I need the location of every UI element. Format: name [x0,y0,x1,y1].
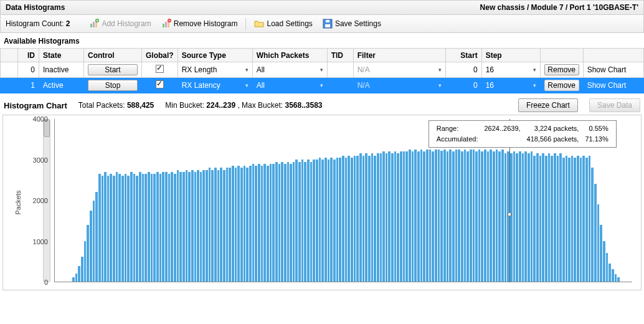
bar[interactable] [498,151,501,282]
bar[interactable] [362,156,365,282]
bar[interactable] [295,160,298,282]
bar[interactable] [93,201,95,282]
col-step[interactable]: Step [481,49,540,62]
bar[interactable] [371,153,374,282]
bar[interactable] [557,156,559,282]
bar[interactable] [487,151,490,282]
bar[interactable] [261,166,263,282]
bar[interactable] [539,156,542,282]
bar[interactable] [263,164,266,282]
bar[interactable] [139,172,141,282]
bar[interactable] [354,156,356,282]
bar[interactable] [249,166,252,282]
bar[interactable] [438,150,440,282]
bar[interactable] [522,153,524,282]
bar[interactable] [429,150,432,282]
bar[interactable] [202,170,205,282]
bar[interactable] [133,174,136,282]
bar[interactable] [142,174,144,282]
bar[interactable] [481,151,483,282]
bar[interactable] [148,172,150,282]
bar[interactable] [617,277,620,282]
bar[interactable] [440,151,443,282]
bar[interactable] [452,151,455,282]
bar[interactable] [258,164,260,282]
bar[interactable] [87,225,89,282]
bar[interactable] [72,277,75,282]
bar[interactable] [78,266,80,282]
row-selector[interactable] [1,78,18,93]
bar[interactable] [301,160,304,282]
global-checkbox[interactable] [156,80,164,88]
remove-row-button[interactable]: Remove [544,80,579,91]
bar[interactable] [165,172,168,282]
bar[interactable] [278,164,281,282]
bar[interactable] [307,160,310,282]
cell-global[interactable] [142,62,178,78]
bar[interactable] [449,150,452,282]
bar[interactable] [246,168,249,282]
col-which[interactable]: Which Packets [252,49,327,62]
bar[interactable] [342,156,344,282]
bar[interactable] [153,174,156,282]
bar[interactable] [405,151,408,282]
bar[interactable] [110,174,112,282]
bar[interactable] [510,153,513,282]
bar[interactable] [102,176,104,282]
cell-start[interactable]: 0 [445,62,481,78]
bar[interactable] [151,174,153,282]
bar[interactable] [252,164,255,282]
col-source[interactable]: Source Type [178,49,252,62]
bar[interactable] [232,166,234,282]
bar[interactable] [144,174,147,282]
bar[interactable] [359,153,362,282]
bar[interactable] [188,172,191,282]
bar[interactable] [432,151,434,282]
bar[interactable] [336,158,339,282]
bar[interactable] [81,257,83,282]
bar[interactable] [324,158,327,282]
bar[interactable] [345,158,348,282]
bar[interactable] [179,172,182,282]
bar[interactable] [458,150,460,282]
bar[interactable] [310,162,313,282]
bar[interactable] [125,174,127,282]
bar[interactable] [496,150,498,282]
bar[interactable] [84,241,87,282]
bar[interactable] [562,158,565,282]
bar[interactable] [211,170,214,282]
bar[interactable] [400,151,402,282]
bar[interactable] [519,151,521,282]
bar[interactable] [333,160,336,282]
bar[interactable] [501,150,504,282]
global-checkbox[interactable] [156,65,164,73]
bar[interactable] [98,174,101,282]
table-row[interactable]: 0InactiveStartRX Length▾All▾N/A▾016▾Remo… [1,62,644,78]
cell-tid[interactable] [327,62,353,78]
bar[interactable] [585,158,588,282]
bar[interactable] [426,150,429,282]
bar[interactable] [493,151,495,282]
show-chart-link[interactable]: Show Chart [587,81,627,90]
bar[interactable] [612,269,614,282]
bar[interactable] [368,156,371,282]
bar[interactable] [473,150,475,282]
bar[interactable] [615,274,617,282]
bar[interactable] [566,156,568,282]
bar[interactable] [209,168,211,282]
bar[interactable] [574,158,576,282]
col-start[interactable]: Start [445,49,481,62]
bar[interactable] [206,170,208,282]
bar[interactable] [339,158,341,282]
bar[interactable] [589,156,591,282]
bar[interactable] [156,172,159,282]
bar[interactable] [391,153,394,282]
bar[interactable] [461,151,463,282]
bar[interactable] [608,264,611,282]
bar[interactable] [287,162,290,282]
bar[interactable] [394,151,397,282]
bar[interactable] [272,164,275,282]
bar[interactable] [504,153,507,282]
col-global[interactable]: Global? [142,49,178,62]
bar[interactable] [104,172,107,282]
